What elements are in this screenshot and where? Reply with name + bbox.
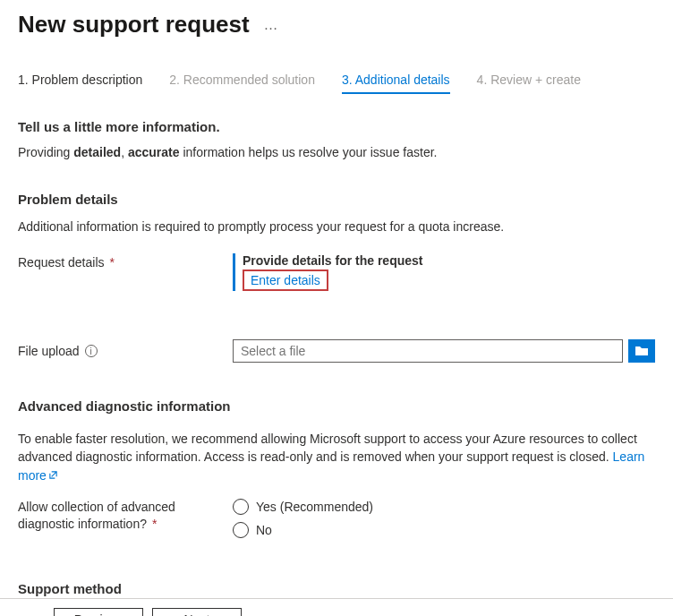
- tab-review-create: 4. Review + create: [477, 73, 581, 94]
- external-link-icon: [48, 466, 58, 476]
- page-header: New support request …: [18, 11, 655, 38]
- required-marker: *: [152, 517, 157, 531]
- allow-collection-row: Allow collection of advanced diagnostic …: [18, 499, 655, 538]
- file-upload-label: File upload: [18, 344, 80, 358]
- radio-yes-label: Yes (Recommended): [256, 500, 373, 514]
- file-upload-row: File upload i: [18, 339, 655, 363]
- tab-recommended-solution: 2. Recommended solution: [169, 73, 315, 94]
- radio-no[interactable]: No: [233, 522, 373, 538]
- radio-icon: [233, 522, 249, 538]
- advanced-heading: Advanced diagnostic information: [18, 398, 655, 414]
- required-marker: *: [109, 255, 114, 270]
- request-details-row: Request details * Provide details for th…: [18, 253, 655, 291]
- more-actions-icon[interactable]: …: [264, 17, 279, 33]
- tab-problem-description[interactable]: 1. Problem description: [18, 73, 142, 94]
- previous-button[interactable]: Previous: [54, 608, 143, 616]
- tab-additional-details[interactable]: 3. Additional details: [342, 73, 450, 94]
- section-heading: Tell us a little more information.: [18, 119, 655, 134]
- request-details-label: Request details *: [18, 253, 233, 270]
- provide-details-label: Provide details for the request: [243, 253, 655, 268]
- radio-icon: [233, 499, 249, 515]
- page-title: New support request: [18, 11, 250, 38]
- enter-details-link[interactable]: Enter details: [243, 270, 328, 291]
- browse-button[interactable]: [628, 339, 655, 363]
- advanced-desc: To enable faster resolution, we recommen…: [18, 430, 655, 484]
- footer-buttons: Previous Next: [18, 599, 655, 616]
- file-upload-label-wrap: File upload i: [18, 344, 233, 358]
- problem-details-heading: Problem details: [18, 192, 655, 207]
- allow-collection-radio-group: Yes (Recommended) No: [233, 499, 373, 538]
- file-upload-input[interactable]: [233, 339, 623, 363]
- section-intro: Providing detailed, accurate information…: [18, 145, 655, 159]
- support-method-heading: Support method: [18, 581, 655, 596]
- provide-details-block: Provide details for the request Enter de…: [233, 253, 655, 291]
- wizard-tabs: 1. Problem description 2. Recommended so…: [18, 73, 655, 94]
- radio-yes[interactable]: Yes (Recommended): [233, 499, 373, 515]
- info-icon[interactable]: i: [85, 345, 98, 357]
- allow-collection-label: Allow collection of advanced diagnostic …: [18, 499, 233, 534]
- radio-no-label: No: [256, 523, 272, 537]
- next-button[interactable]: Next: [152, 608, 242, 616]
- folder-icon: [635, 345, 649, 357]
- problem-details-desc: Additional information is required to pr…: [18, 219, 655, 234]
